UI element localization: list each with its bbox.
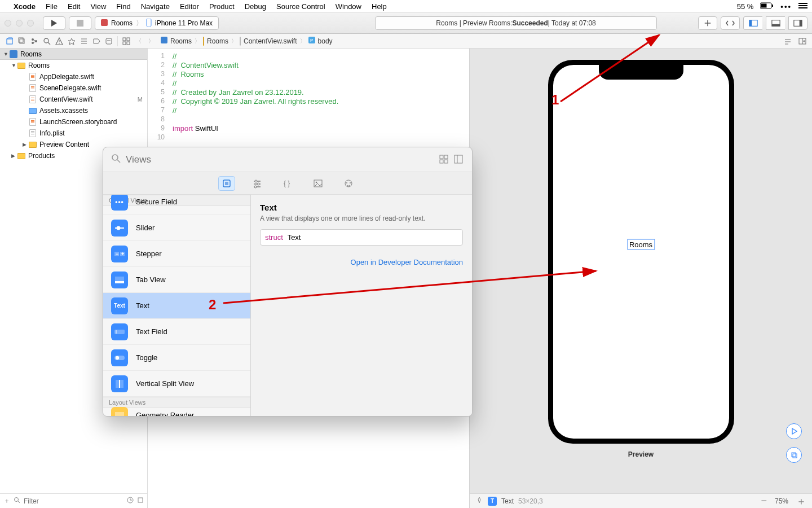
editor-forward-icon[interactable]: 〉 xyxy=(145,35,157,47)
menu-view[interactable]: View xyxy=(90,2,106,11)
add-file-icon[interactable]: ＋ xyxy=(3,496,10,506)
library-grid-mode-icon[interactable] xyxy=(439,155,449,165)
debug-navigator-icon[interactable] xyxy=(78,35,90,47)
add-editor-icon[interactable] xyxy=(796,35,809,47)
test-navigator-icon[interactable] xyxy=(65,35,78,47)
recent-filter-icon[interactable] xyxy=(127,497,134,505)
zoom-dot-icon[interactable] xyxy=(27,20,34,27)
editor-grid-icon[interactable] xyxy=(120,35,133,47)
breakpoint-navigator-icon[interactable] xyxy=(90,35,103,47)
menu-source-control[interactable]: Source Control xyxy=(276,2,325,11)
navigator-row[interactable]: Assets.xcassets xyxy=(0,105,147,116)
navigator-row[interactable]: ContentView.swiftM xyxy=(0,94,147,105)
svg-point-97 xyxy=(116,356,119,359)
project-navigator-icon[interactable] xyxy=(3,35,16,47)
library-item[interactable]: •••Secure Field xyxy=(103,195,250,215)
window-traffic-lights[interactable] xyxy=(5,20,34,27)
filter-icon[interactable] xyxy=(14,497,20,505)
library-item[interactable]: TextText xyxy=(103,293,250,319)
issue-navigator-icon[interactable] xyxy=(53,35,65,47)
menu-window[interactable]: Window xyxy=(336,2,361,11)
navigator-row[interactable]: AppDelegate.swift xyxy=(0,71,147,82)
editor-back-icon[interactable]: 〈 xyxy=(133,35,145,47)
library-add-button[interactable] xyxy=(698,16,717,30)
menu-file[interactable]: File xyxy=(46,2,58,11)
zoom-in-button[interactable]: ＋ xyxy=(796,494,806,508)
scheme-device-icon xyxy=(146,19,152,28)
library-item[interactable]: Toggle xyxy=(103,345,250,371)
navigator-tabstrip: 〈 〉 Rooms〉 Rooms〉 ContentView.swift〉 P b… xyxy=(0,34,812,49)
duplicate-preview-button[interactable] xyxy=(786,447,802,463)
breadcrumb[interactable]: Rooms〉 Rooms〉 ContentView.swift〉 P body xyxy=(161,37,333,45)
svg-rect-100 xyxy=(115,412,124,417)
app-menu[interactable]: Xcode xyxy=(14,2,36,11)
lib-tab-views-icon[interactable] xyxy=(218,176,235,191)
navigator-row[interactable]: SceneDelegate.swift xyxy=(0,82,147,94)
lib-tab-media-icon[interactable] xyxy=(310,176,326,191)
scheme-project-label: Rooms xyxy=(111,19,133,27)
source-control-navigator-icon[interactable] xyxy=(16,35,28,47)
scm-filter-icon[interactable] xyxy=(137,497,144,505)
live-preview-button[interactable] xyxy=(786,423,802,439)
svg-text:P: P xyxy=(310,38,313,43)
menu-product[interactable]: Product xyxy=(209,2,235,11)
toggle-debug-button[interactable] xyxy=(766,16,785,30)
navigator-filter-input[interactable] xyxy=(24,497,123,505)
navigator-row-label: Preview Content xyxy=(39,141,89,148)
menu-find[interactable]: Find xyxy=(116,2,130,11)
list-icon[interactable] xyxy=(798,2,807,11)
bread-1[interactable]: Rooms xyxy=(207,37,228,45)
library-search-input[interactable] xyxy=(126,154,435,165)
toggle-navigator-button[interactable] xyxy=(743,16,762,30)
code-review-button[interactable] xyxy=(721,16,740,30)
menu-help[interactable]: Help xyxy=(372,2,387,11)
library-item-icon xyxy=(111,375,128,392)
minimize-dot-icon[interactable] xyxy=(16,20,23,27)
scheme-selector[interactable]: Rooms 〉 iPhone 11 Pro Max xyxy=(95,16,219,30)
report-navigator-icon[interactable] xyxy=(103,35,115,47)
lib-detail-doc-link[interactable]: Open in Developer Documentation xyxy=(260,258,463,266)
bread-0[interactable]: Rooms xyxy=(170,37,192,45)
navigator-row[interactable]: ▼Rooms xyxy=(0,60,147,71)
annotation-number-2: 2 xyxy=(209,297,216,313)
menu-extras-icon[interactable]: ••• xyxy=(780,2,792,11)
bread-3[interactable]: body xyxy=(318,37,333,45)
stop-button[interactable] xyxy=(69,16,91,30)
svg-point-6 xyxy=(798,3,800,4)
library-item[interactable]: −+Stepper xyxy=(103,241,250,267)
pin-preview-icon[interactable] xyxy=(475,496,483,506)
editor-options-icon[interactable] xyxy=(782,35,794,47)
svg-rect-20 xyxy=(800,20,802,27)
svg-marker-61 xyxy=(792,428,797,434)
menu-debug[interactable]: Debug xyxy=(245,2,266,11)
zoom-out-button[interactable]: − xyxy=(761,495,767,507)
library-item[interactable]: Tab View xyxy=(103,267,250,293)
toggle-inspector-button[interactable] xyxy=(788,16,807,30)
lib-tab-snippets-icon[interactable]: { } xyxy=(279,176,296,191)
navigator-row[interactable]: LaunchScreen.storyboard xyxy=(0,116,147,128)
find-navigator-icon[interactable] xyxy=(41,35,53,47)
run-button[interactable] xyxy=(43,16,65,30)
library-item[interactable]: Geometry Reader xyxy=(103,408,250,416)
lib-tab-color-icon[interactable] xyxy=(340,176,357,191)
project-root-row[interactable]: ▼ Rooms xyxy=(0,49,147,60)
preview-text-element[interactable]: Rooms xyxy=(627,239,655,249)
library-list[interactable]: Control Views •••Secure FieldSlider−+Ste… xyxy=(103,195,251,416)
menu-edit[interactable]: Edit xyxy=(68,2,80,11)
selected-dims: 53×20,3 xyxy=(518,497,543,505)
menu-editor[interactable]: Editor xyxy=(180,2,199,11)
library-list-mode-icon[interactable] xyxy=(454,155,464,165)
bread-2[interactable]: ContentView.swift xyxy=(244,37,297,45)
preview-canvas[interactable]: Rooms Preview T Text 53×20,3 − 75% ＋ xyxy=(469,49,812,508)
lib-section-layout: Layout Views xyxy=(103,397,250,408)
library-item-icon: Text xyxy=(111,297,128,314)
menu-navigate[interactable]: Navigate xyxy=(141,2,170,11)
library-item[interactable]: Text Field xyxy=(103,319,250,345)
close-dot-icon[interactable] xyxy=(5,20,11,27)
lib-tab-modifiers-icon[interactable] xyxy=(249,176,266,191)
library-item[interactable]: Vertical Split View xyxy=(103,371,250,397)
library-item[interactable]: Slider xyxy=(103,215,250,241)
library-item-label: Secure Field xyxy=(136,198,177,206)
navigator-row[interactable]: Info.plist xyxy=(0,128,147,139)
symbol-navigator-icon[interactable] xyxy=(28,35,41,47)
